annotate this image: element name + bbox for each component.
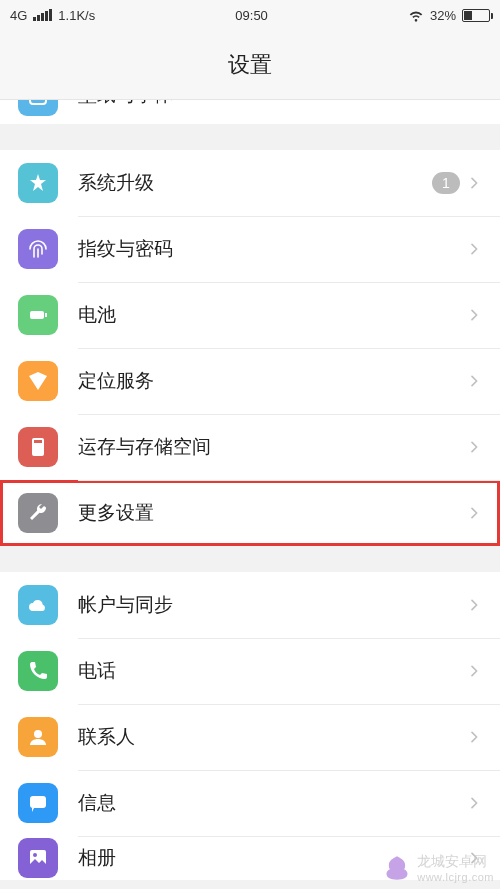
settings-row-finger[interactable]: 指纹与密码	[0, 216, 500, 282]
wifi-icon	[408, 7, 424, 23]
data-rate-label: 1.1K/s	[58, 8, 95, 23]
settings-group: 壁纸与字体	[0, 100, 500, 124]
cloud-icon	[18, 585, 58, 625]
settings-row-label: 壁纸与字体	[78, 100, 466, 108]
settings-row-label: 更多设置	[78, 500, 466, 526]
battery-icon	[462, 9, 490, 22]
title-bar: 设置	[0, 30, 500, 100]
settings-row-label: 电话	[78, 658, 466, 684]
settings-row-contacts[interactable]: 联系人	[0, 704, 500, 770]
chevron-right-icon	[466, 850, 482, 866]
storage-icon	[18, 427, 58, 467]
settings-row-label: 信息	[78, 790, 466, 816]
settings-row-location[interactable]: 定位服务	[0, 348, 500, 414]
settings-row-message[interactable]: 信息	[0, 770, 500, 836]
settings-row-label: 指纹与密码	[78, 236, 466, 262]
page-title: 设置	[228, 50, 272, 80]
signal-bars-icon	[33, 9, 52, 21]
settings-row-label: 帐户与同步	[78, 592, 466, 618]
chevron-right-icon	[466, 505, 482, 521]
settings-row-label: 定位服务	[78, 368, 466, 394]
status-clock: 09:50	[235, 8, 268, 23]
contacts-icon	[18, 717, 58, 757]
settings-group: 帐户与同步电话联系人信息相册	[0, 572, 500, 880]
settings-group: 系统升级1指纹与密码电池定位服务运存与存储空间更多设置	[0, 150, 500, 546]
settings-scroll[interactable]: 壁纸与字体系统升级1指纹与密码电池定位服务运存与存储空间更多设置帐户与同步电话联…	[0, 100, 500, 889]
update-badge: 1	[432, 172, 460, 194]
settings-row-phone[interactable]: 电话	[0, 638, 500, 704]
settings-row-battery[interactable]: 电池	[0, 282, 500, 348]
settings-row-label: 电池	[78, 302, 466, 328]
settings-row-account[interactable]: 帐户与同步	[0, 572, 500, 638]
settings-row-label: 运存与存储空间	[78, 434, 466, 460]
chevron-right-icon	[466, 373, 482, 389]
battery-pct-label: 32%	[430, 8, 456, 23]
settings-row-label: 相册	[78, 845, 466, 871]
battery-icon	[18, 295, 58, 335]
settings-row-update[interactable]: 系统升级1	[0, 150, 500, 216]
location-icon	[18, 361, 58, 401]
chevron-right-icon	[466, 597, 482, 613]
settings-row-wallpaper[interactable]: 壁纸与字体	[0, 100, 500, 124]
gallery-icon	[18, 838, 58, 878]
app-icon	[18, 100, 58, 116]
message-icon	[18, 783, 58, 823]
phone-icon	[18, 651, 58, 691]
chevron-right-icon	[466, 795, 482, 811]
chevron-right-icon	[466, 100, 482, 102]
chevron-right-icon	[466, 439, 482, 455]
status-bar: 4G 1.1K/s 09:50 32%	[0, 0, 500, 30]
status-left: 4G 1.1K/s	[10, 8, 95, 23]
chevron-right-icon	[466, 729, 482, 745]
settings-row-storage[interactable]: 运存与存储空间	[0, 414, 500, 480]
settings-row-more[interactable]: 更多设置	[0, 480, 500, 546]
chevron-right-icon	[466, 307, 482, 323]
settings-row-label: 联系人	[78, 724, 466, 750]
status-right: 32%	[408, 7, 490, 23]
chevron-right-icon	[466, 241, 482, 257]
chevron-right-icon	[466, 175, 482, 191]
chevron-right-icon	[466, 663, 482, 679]
settings-row-gallery[interactable]: 相册	[0, 836, 500, 880]
fingerprint-icon	[18, 229, 58, 269]
update-icon	[18, 163, 58, 203]
settings-row-label: 系统升级	[78, 170, 432, 196]
network-type-label: 4G	[10, 8, 27, 23]
wrench-icon	[18, 493, 58, 533]
